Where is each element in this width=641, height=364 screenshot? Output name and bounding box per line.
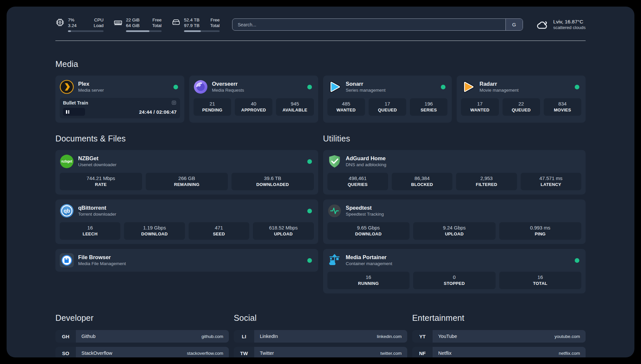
stat-pending: 21 PENDING [194,98,231,116]
search-engine-button[interactable]: G [505,19,523,30]
service-subtitle: Speedtest Tracking [346,211,384,217]
status-dot [307,159,312,164]
bookmark-linkedin[interactable]: LI LinkedIn linkedin.com [234,330,407,343]
svg-text:qb: qb [64,208,70,214]
section-title-developer: Developer [55,313,229,323]
bookmark-stackoverflow[interactable]: SO StackOverflow stackoverflow.com [55,347,229,357]
service-card-radarr[interactable]: Radarr Movie management 17 WANTED 22 QUE… [457,76,586,123]
pause-button[interactable] [66,110,69,114]
speedtest-icon [327,204,342,218]
service-card-speedtest[interactable]: Speedtest Speedtest Tracking 9.65 Gbps D… [323,199,586,244]
service-title: File Browser [78,254,126,261]
section-title-social: Social [234,313,407,323]
service-title: NZBGet [78,155,116,162]
service-card-overseerr[interactable]: Overseerr Media Requests 21 PENDING 40 A… [189,76,318,123]
player-progress-fill [63,108,85,116]
service-subtitle: Media File Management [78,261,126,267]
service-subtitle: DNS and adblocking [346,162,386,168]
stat-ping: 0.993 ms PING [499,222,582,240]
service-title: qBittorrent [78,204,116,211]
search-input[interactable] [232,19,505,30]
service-card-portainer[interactable]: Media Portainer Container management 16 … [323,249,586,293]
cpu-progress-bar [68,30,104,32]
service-title: AdGuard Home [346,155,386,162]
stat-available: 945 AVAILABLE [276,98,314,116]
stat-queued: 17 QUEUED [369,98,406,116]
cpu-stat: 7% 3.24 CPU Load [55,17,104,32]
sonarr-icon [327,80,342,94]
bookmark-group-social: Social LI LinkedIn linkedin.com TW Twitt… [234,313,407,357]
bookmark-name: YouTube [438,334,457,339]
disk-total-value: 97.9 TB [184,23,199,28]
stat-download: 9.65 Gbps DOWNLOAD [327,222,410,240]
disk-drive-icon [171,18,181,27]
documents-column: Documents & Files nzbget NZBGet U [55,134,318,293]
bookmark-domain: stackoverflow.com [187,351,223,356]
status-dot [307,209,312,213]
memory-progress-bar [126,30,162,32]
bookmark-name: Github [81,334,96,339]
service-title: Sonarr [346,80,386,87]
stat-blocked: 86,384 BLOCKED [392,173,452,190]
service-card-filebrowser[interactable]: File Browser Media File Management [55,249,318,272]
disk-free-label: Free [210,17,220,23]
bookmark-abbr: SO [55,347,76,357]
bookmark-name: Netflix [438,350,451,356]
bookmark-abbr: NF [412,347,433,357]
status-dot [173,85,178,89]
section-title-entertainment: Entertainment [412,313,586,323]
bookmark-group-developer: Developer GH Github github.com SO StackO… [55,313,229,357]
cpu-chip-icon [55,18,65,27]
stat-queries: 498,461 QUERIES [327,173,388,190]
weather-widget: Lviv, 16.87°C scattered clouds [535,18,586,31]
stat-series: 196 SERIES [410,98,447,116]
status-dot [307,258,312,263]
bookmark-abbr: YT [412,330,433,343]
bookmark-twitter[interactable]: TW Twitter twitter.com [234,347,407,357]
service-card-qbittorrent[interactable]: qb qBittorrent Torrent downloader 16 LEE… [55,199,318,244]
memory-ram-icon [113,18,123,27]
cloud-icon [535,18,549,31]
header-divider [55,41,586,41]
service-subtitle: Series management [346,87,386,93]
overseerr-icon [194,80,208,94]
service-card-plex[interactable]: Plex Media server Bullet Train [55,76,184,123]
stat-stopped: 0 STOPPED [413,272,496,289]
disk-total-label: Total [210,23,220,28]
service-title: Overseerr [212,80,244,87]
top-header: 7% 3.24 CPU Load [55,17,586,32]
bookmark-domain: netflix.com [559,351,580,356]
bookmark-github[interactable]: GH Github github.com [55,330,229,343]
disk-stat: 52.4 TB 97.9 TB Free Total [171,17,220,32]
service-card-nzbget[interactable]: nzbget NZBGet Usenet downloader 744.21 M… [55,150,318,195]
svg-text:nzbget: nzbget [61,160,72,163]
bookmark-abbr: LI [234,330,254,343]
bookmark-youtube[interactable]: YT YouTube youtube.com [412,330,586,343]
stat-upload: 618.52 Mbps UPLOAD [253,222,314,240]
memory-total-label: Total [152,23,162,28]
service-subtitle: Movie management [479,87,519,93]
bookmark-domain: linkedin.com [377,334,402,339]
bookmark-name: LinkedIn [260,334,278,339]
service-title: Media Portainer [346,254,392,261]
service-title: Plex [78,80,104,87]
bookmark-netflix[interactable]: NF Netflix netflix.com [412,347,586,357]
media-grid: Plex Media server Bullet Train [55,76,586,123]
session-camera-icon [171,100,177,106]
stat-queued: 22 QUEUED [503,98,540,116]
now-playing-title: Bullet Train [63,100,88,106]
service-card-adguard[interactable]: AdGuard Home DNS and adblocking 498,461 … [323,150,586,195]
stat-upload: 9.24 Gbps UPLOAD [413,222,496,240]
stat-running: 16 RUNNING [327,272,410,289]
stat-approved: 40 APPROVED [235,98,272,116]
nzbget-icon: nzbget [60,154,74,168]
section-title-utilities: Utilities [323,134,586,143]
qbittorrent-icon: qb [60,204,74,218]
bookmark-domain: github.com [201,334,223,339]
service-title: Radarr [479,80,519,87]
stat-downloaded: 39.6 TB DOWNLOADED [231,173,314,190]
memory-free-label: Free [152,17,162,23]
service-subtitle: Usenet downloader [78,162,116,168]
service-card-sonarr[interactable]: Sonarr Series management 485 WANTED 17 Q… [323,76,452,123]
stat-latency: 47.571 ms LATENCY [521,173,581,190]
